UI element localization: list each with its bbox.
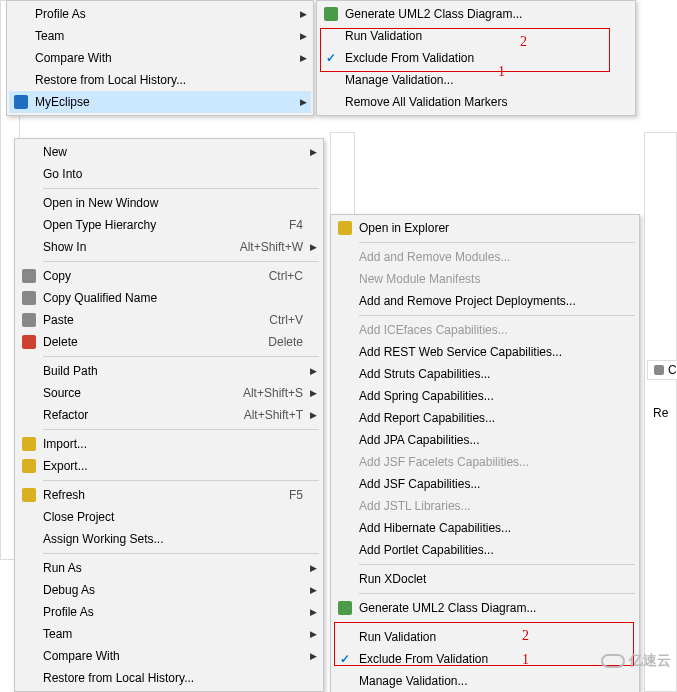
menu-item[interactable]: PasteCtrl+V — [17, 309, 321, 331]
menu-item[interactable]: Restore from Local History... — [9, 69, 311, 91]
menu-item[interactable]: Import... — [17, 433, 321, 455]
icon-slot — [337, 366, 353, 382]
menu-item[interactable]: Show InAlt+Shift+W▶ — [17, 236, 321, 258]
menu-item[interactable]: Compare With▶ — [9, 47, 311, 69]
menu-item-label: Run Validation — [345, 29, 615, 43]
menu-item-label: Close Project — [43, 510, 303, 524]
icon-slot — [21, 531, 37, 547]
menu-item-label: Add JSF Facelets Capabilities... — [359, 455, 619, 469]
menu-item[interactable]: Add Spring Capabilities... — [333, 385, 637, 407]
menu-item-label: Source — [43, 386, 213, 400]
menu-item[interactable]: Go Into — [17, 163, 321, 185]
menu-item-label: Profile As — [35, 7, 293, 21]
menu-separator — [359, 622, 635, 623]
menu-item[interactable]: Add Hibernate Capabilities... — [333, 517, 637, 539]
menu-item[interactable]: Profile As▶ — [9, 3, 311, 25]
yellow-icon — [337, 220, 353, 236]
menu-item-label: MyEclipse — [35, 95, 293, 109]
menu-item[interactable]: Run Validation — [319, 25, 633, 47]
menu-item[interactable]: Build Path▶ — [17, 360, 321, 382]
menu-item[interactable]: Add Struts Capabilities... — [333, 363, 637, 385]
menu-item[interactable]: Assign Working Sets... — [17, 528, 321, 550]
menu-item[interactable]: Restore from Local History... — [17, 667, 321, 689]
menu-item-label: Import... — [43, 437, 303, 451]
menu-item[interactable]: DeleteDelete — [17, 331, 321, 353]
green-icon — [337, 600, 353, 616]
submenu-arrow-icon: ▶ — [310, 366, 317, 376]
icon-slot — [21, 407, 37, 423]
menu-item[interactable]: New▶ — [17, 141, 321, 163]
menu-item[interactable]: Add JSF Capabilities... — [333, 473, 637, 495]
icon-slot — [337, 432, 353, 448]
menu-item-label: Paste — [43, 313, 239, 327]
context-menu-bottom-left: New▶Go IntoOpen in New WindowOpen Type H… — [14, 138, 324, 692]
menu-item[interactable]: Run As▶ — [17, 557, 321, 579]
icon-slot — [337, 322, 353, 338]
menu-item-label: Add Hibernate Capabilities... — [359, 521, 619, 535]
menu-shortcut: Alt+Shift+S — [243, 386, 303, 400]
menu-item-label: Remove All Validation Markers — [345, 95, 615, 109]
menu-item[interactable]: Open Type HierarchyF4 — [17, 214, 321, 236]
menu-item[interactable]: Team▶ — [17, 623, 321, 645]
icon-slot — [21, 604, 37, 620]
menu-item[interactable]: Manage Validation... — [333, 670, 637, 692]
menu-item[interactable]: Add JPA Capabilities... — [333, 429, 637, 451]
menu-item[interactable]: Open in Explorer — [333, 217, 637, 239]
menu-item[interactable]: Run Validation — [333, 626, 637, 648]
menu-item[interactable]: Add and Remove Project Deployments... — [333, 290, 637, 312]
menu-item[interactable]: CopyCtrl+C — [17, 265, 321, 287]
menu-shortcut: Alt+Shift+W — [240, 240, 303, 254]
menu-item-label: Delete — [43, 335, 238, 349]
menu-item[interactable]: Compare With▶ — [17, 645, 321, 667]
menu-item[interactable]: Add Portlet Capabilities... — [333, 539, 637, 561]
menu-item-label: Add Spring Capabilities... — [359, 389, 619, 403]
icon-slot — [337, 673, 353, 689]
menu-item[interactable]: Add Report Capabilities... — [333, 407, 637, 429]
menu-item[interactable]: Generate UML2 Class Diagram... — [333, 597, 637, 619]
menu-item-label: Compare With — [35, 51, 293, 65]
menu-item[interactable]: RefreshF5 — [17, 484, 321, 506]
menu-shortcut: Alt+Shift+T — [244, 408, 303, 422]
menu-item[interactable]: Profile As▶ — [17, 601, 321, 623]
menu-item[interactable]: Open in New Window — [17, 192, 321, 214]
menu-item[interactable]: Close Project — [17, 506, 321, 528]
menu-item[interactable]: ✓Exclude From Validation — [333, 648, 637, 670]
menu-item[interactable]: Manage Validation... — [319, 69, 633, 91]
yellow-icon — [21, 458, 37, 474]
menu-item-label: Restore from Local History... — [43, 671, 303, 685]
side-tab-co[interactable]: Co — [647, 360, 677, 380]
menu-item[interactable]: Debug As▶ — [17, 579, 321, 601]
icon-slot — [337, 542, 353, 558]
check-icon: ✓ — [323, 50, 339, 66]
submenu-arrow-icon: ▶ — [310, 147, 317, 157]
menu-item[interactable]: Add REST Web Service Capabilities... — [333, 341, 637, 363]
menu-item: Add ICEfaces Capabilities... — [333, 319, 637, 341]
menu-item-label: Add Report Capabilities... — [359, 411, 619, 425]
menu-item[interactable]: MyEclipse▶ — [9, 91, 311, 113]
red-icon — [21, 334, 37, 350]
menu-item[interactable]: Team▶ — [9, 25, 311, 47]
annotation-1-bottom: 1 — [522, 652, 529, 668]
menu-shortcut: Delete — [268, 335, 303, 349]
yellow-icon — [21, 436, 37, 452]
menu-item[interactable]: SourceAlt+Shift+S▶ — [17, 382, 321, 404]
menu-item-label: Profile As — [43, 605, 303, 619]
icon-slot — [21, 217, 37, 233]
menu-item: Add JSTL Libraries... — [333, 495, 637, 517]
menu-item[interactable]: ✓Exclude From Validation — [319, 47, 633, 69]
menu-item-label: Generate UML2 Class Diagram... — [345, 7, 615, 21]
menu-item[interactable]: Run XDoclet — [333, 568, 637, 590]
menu-item[interactable]: Generate UML2 Class Diagram... — [319, 3, 633, 25]
menu-item[interactable]: RefactorAlt+Shift+T▶ — [17, 404, 321, 426]
menu-item[interactable]: Copy Qualified Name — [17, 287, 321, 309]
menu-item-label: New — [43, 145, 303, 159]
menu-item-label: Add and Remove Modules... — [359, 250, 619, 264]
annotation-2-bottom: 2 — [522, 628, 529, 644]
menu-shortcut: Ctrl+V — [269, 313, 303, 327]
submenu-arrow-icon: ▶ — [310, 651, 317, 661]
submenu-arrow-icon: ▶ — [310, 607, 317, 617]
menu-item-label: New Module Manifests — [359, 272, 619, 286]
yellow-icon — [21, 487, 37, 503]
menu-item[interactable]: Export... — [17, 455, 321, 477]
menu-item[interactable]: Remove All Validation Markers — [319, 91, 633, 113]
